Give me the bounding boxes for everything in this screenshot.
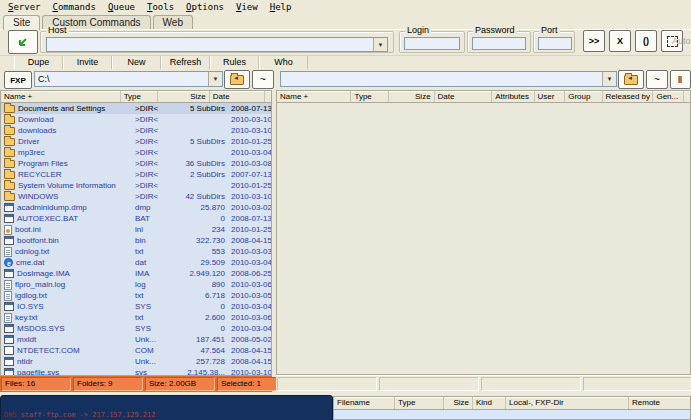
queue-list[interactable] <box>333 410 691 420</box>
login-field[interactable] <box>404 37 460 50</box>
column-header-size[interactable]: Size <box>389 91 435 102</box>
file-row[interactable]: Program Files>DIR<36 SubDirs2010-03-08 0… <box>1 158 271 169</box>
local-folder-up-button[interactable] <box>224 70 250 89</box>
password-field[interactable] <box>472 37 526 50</box>
remote-folder-up-button[interactable] <box>618 70 644 89</box>
file-row[interactable]: acadminidump.dmpdmp25.8702010-03-02 16:3… <box>1 202 271 213</box>
column-header-blank[interactable] <box>660 397 691 409</box>
column-header-date[interactable]: Date <box>435 91 493 102</box>
column-header-date[interactable]: Date <box>210 91 265 102</box>
ini-icon <box>4 225 12 235</box>
host-input[interactable]: ▼ <box>46 37 388 52</box>
file-date-cell: 2008-04-15 02:00 <box>228 235 272 246</box>
chevron-down-icon[interactable]: ▼ <box>602 72 616 86</box>
pause-icon: ‖ <box>678 75 683 85</box>
menu-server[interactable]: Server <box>2 1 47 13</box>
column-header-blank[interactable] <box>265 91 271 102</box>
column-header-size[interactable]: Size <box>444 397 473 409</box>
abort-button[interactable]: X <box>609 30 631 52</box>
file-row[interactable]: ntldrUnk...257.7282008-04-15 02:00 <box>1 356 271 367</box>
column-header-remotedir[interactable]: Remotedir <box>629 397 660 409</box>
file-row[interactable]: Driver>DIR<5 SubDirs2010-01-25 18:16 <box>1 136 271 147</box>
column-header-blank[interactable] <box>684 91 690 102</box>
folder-up-icon <box>230 75 244 85</box>
file-row[interactable]: NTDETECT.COMCOM47.5642008-04-15 02:00 <box>1 345 271 356</box>
file-row[interactable]: AUTOEXEC.BATBAT02008-07-13 15:24 <box>1 213 271 224</box>
remote-file-list[interactable] <box>276 103 691 375</box>
file-row[interactable]: flpro_main.loglog8902010-03-06 09:16 <box>1 279 271 290</box>
port-field[interactable] <box>538 37 572 50</box>
file-row[interactable]: IO.SYSSYS02010-03-04 09:27 <box>1 301 271 312</box>
remote-home-button[interactable]: ~ <box>646 70 668 89</box>
compare-button[interactable]: () <box>635 30 657 52</box>
menu-help[interactable]: Help <box>264 1 298 13</box>
menu-tools[interactable]: Tools <box>141 1 180 13</box>
chevron-down-icon[interactable]: ▼ <box>373 38 387 51</box>
file-type-cell: >DIR< <box>132 125 172 136</box>
file-row[interactable]: WINDOWS>DIR<42 SubDirs2010-03-10 09:40 <box>1 191 271 202</box>
file-row[interactable]: pagefile.syssys2.145.38...2010-03-10 08:… <box>1 367 271 376</box>
column-header-group[interactable]: Group <box>565 91 602 102</box>
column-header-kind[interactable]: Kind <box>473 397 506 409</box>
column-header-released-by[interactable]: Released by <box>603 91 654 102</box>
transfer-button[interactable]: >> <box>583 30 605 52</box>
column-header-user[interactable]: User <box>535 91 566 102</box>
column-header-name-[interactable]: Name + <box>1 91 121 102</box>
column-header-filename[interactable]: Filename <box>334 397 395 409</box>
file-row[interactable]: DosImage.IMAIMA2.949.1202008-06-25 22:03 <box>1 268 271 279</box>
column-header-attributes[interactable]: Attributes <box>492 91 534 102</box>
menu-view[interactable]: View <box>230 1 264 13</box>
column-header-type[interactable]: Type <box>121 91 158 102</box>
status-segment <box>583 377 691 391</box>
file-row[interactable]: MSDOS.SYSSYS02010-03-04 09:27 <box>1 323 271 334</box>
column-header-name-[interactable]: Name + <box>277 91 351 102</box>
file-type-cell: dat <box>132 257 172 268</box>
file-row[interactable]: RECYCLER>DIR<2 SubDirs2007-07-13 15:24 <box>1 169 271 180</box>
file-date-cell: 2008-06-25 22:03 <box>228 268 272 279</box>
file-type-cell: >DIR< <box>132 158 172 169</box>
chevron-down-icon[interactable]: ▼ <box>208 72 222 86</box>
fxp-button[interactable]: FXP <box>4 71 32 89</box>
file-size-cell: 0 <box>172 323 228 334</box>
file-row[interactable]: igdlog.txttxt6.7182010-03-05 16:30 <box>1 290 271 301</box>
tab-site[interactable]: Site <box>3 15 40 30</box>
local-file-list[interactable]: Documents and Settings>DIR<5 SubDirs2008… <box>0 103 272 376</box>
menu-options[interactable]: Options <box>180 1 230 13</box>
sys-icon <box>4 324 14 333</box>
file-row[interactable]: bootfont.binbin322.7302008-04-15 02:00 <box>1 235 271 246</box>
file-date-cell: 2010-03-10 08:01 <box>228 367 272 376</box>
local-path-combo[interactable]: C:\ ▼ <box>34 71 223 87</box>
file-row[interactable]: mp3rec>DIR<2010-03-04 15:04 <box>1 147 271 158</box>
column-header-type[interactable]: Type <box>351 91 388 102</box>
file-size-cell: 2 SubDirs <box>172 169 228 180</box>
file-date-cell: 2010-03-06 09:16 <box>228 279 272 290</box>
file-type-cell: bin <box>132 235 172 246</box>
file-row[interactable]: Documents and Settings>DIR<5 SubDirs2008… <box>1 103 271 114</box>
folder-icon <box>4 105 15 113</box>
remote-path-combo[interactable]: ▼ <box>280 71 617 87</box>
menu-queue[interactable]: Queue <box>102 1 141 13</box>
pause-button[interactable]: ‖ <box>670 70 691 89</box>
local-home-button[interactable]: ~ <box>252 70 274 89</box>
file-row[interactable]: Download>DIR<2010-03-10 10:55 <box>1 114 271 125</box>
column-header-size[interactable]: Size <box>158 91 210 102</box>
file-row[interactable]: boot.iniini2342010-01-25 18:20 <box>1 224 271 235</box>
file-type-cell: >DIR< <box>132 147 172 158</box>
tab-web[interactable]: Web <box>153 15 193 29</box>
status-segment <box>481 377 581 391</box>
connect-button[interactable] <box>8 30 38 54</box>
file-date-cell: 2010-01-25 18:16 <box>228 136 272 147</box>
column-header-gen-[interactable]: Gen... <box>653 91 684 102</box>
file-row[interactable]: key.txttxt2.6002010-03-06 09:31 <box>1 312 271 323</box>
file-name-cell: DosImage.IMA <box>1 268 132 279</box>
column-header-type[interactable]: Type <box>395 397 444 409</box>
file-row[interactable]: mxldtUnk...187.4512008-05-02 21:35 <box>1 334 271 345</box>
file-size-cell: 0 <box>172 213 228 224</box>
file-row[interactable]: downloads>DIR<2010-03-10 08:25 <box>1 125 271 136</box>
menu-commands[interactable]: Commands <box>47 1 102 13</box>
file-row[interactable]: System Volume Information>DIR<2010-01-25… <box>1 180 271 191</box>
column-header-local-fxp-dir[interactable]: Local-, FXP-Dir <box>506 397 629 409</box>
file-row[interactable]: cme.datdat29.5092010-03-04 10:58 <box>1 257 271 268</box>
sys-icon <box>4 236 14 245</box>
file-row[interactable]: cdnlog.txttxt5532010-03-03 16:34 <box>1 246 271 257</box>
